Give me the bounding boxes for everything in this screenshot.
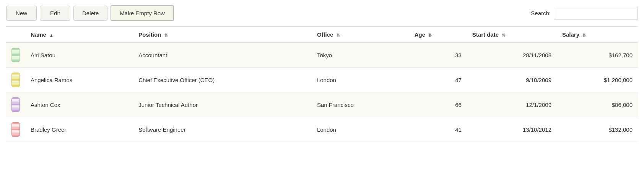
toolbar: New Edit Delete Make Empty Row Search: bbox=[0, 0, 644, 26]
row-salary: $132,000 bbox=[557, 117, 638, 142]
search-label: Search: bbox=[531, 10, 551, 16]
start-date-sort-arrow: ⇅ bbox=[502, 33, 505, 38]
col-header-position[interactable]: Position ⇅ bbox=[133, 27, 312, 43]
row-age: 66 bbox=[409, 92, 467, 117]
row-icon-cell bbox=[6, 68, 25, 92]
row-icon-cell bbox=[6, 92, 25, 117]
col-header-icon bbox=[6, 27, 25, 43]
age-sort-arrow: ⇅ bbox=[428, 33, 432, 38]
row-office: London bbox=[312, 117, 409, 142]
table-row[interactable]: Ashton Cox Junior Technical Author San F… bbox=[6, 92, 638, 117]
row-name: Angelica Ramos bbox=[25, 68, 133, 92]
col-header-age[interactable]: Age ⇅ bbox=[409, 27, 467, 43]
row-age: 41 bbox=[409, 117, 467, 142]
col-header-office[interactable]: Office ⇅ bbox=[312, 27, 409, 43]
row-office: San Francisco bbox=[312, 92, 409, 117]
table-row[interactable]: Bradley Greer Software Engineer London 4… bbox=[6, 117, 638, 142]
row-icon bbox=[11, 122, 20, 137]
row-position: Accountant bbox=[133, 43, 312, 68]
name-sort-arrow: ▲ bbox=[49, 33, 54, 37]
search-input[interactable] bbox=[554, 7, 638, 19]
delete-button[interactable]: Delete bbox=[73, 6, 107, 21]
row-icon bbox=[11, 48, 20, 62]
search-area: Search: bbox=[531, 7, 638, 19]
row-start-date: 12/1/2009 bbox=[467, 92, 557, 117]
make-empty-row-button[interactable]: Make Empty Row bbox=[111, 5, 174, 21]
table-row[interactable]: Angelica Ramos Chief Executive Officer (… bbox=[6, 68, 638, 92]
row-office: Tokyo bbox=[312, 43, 409, 68]
new-button[interactable]: New bbox=[6, 6, 37, 21]
row-position: Junior Technical Author bbox=[133, 92, 312, 117]
row-icon-cell bbox=[6, 117, 25, 142]
row-position: Software Engineer bbox=[133, 117, 312, 142]
row-position: Chief Executive Officer (CEO) bbox=[133, 68, 312, 92]
table-row[interactable]: Airi Satou Accountant Tokyo 33 28/11/200… bbox=[6, 43, 638, 68]
row-age: 47 bbox=[409, 68, 467, 92]
row-age: 33 bbox=[409, 43, 467, 68]
row-icon bbox=[11, 97, 20, 112]
col-header-start-date[interactable]: Start date ⇅ bbox=[467, 27, 557, 43]
row-icon bbox=[11, 73, 20, 87]
row-name: Ashton Cox bbox=[25, 92, 133, 117]
row-salary: $86,000 bbox=[557, 92, 638, 117]
row-start-date: 9/10/2009 bbox=[467, 68, 557, 92]
row-name: Airi Satou bbox=[25, 43, 133, 68]
salary-sort-arrow: ⇅ bbox=[582, 33, 586, 38]
row-office: London bbox=[312, 68, 409, 92]
row-name: Bradley Greer bbox=[25, 117, 133, 142]
edit-button[interactable]: Edit bbox=[40, 6, 70, 21]
table-header-row: Name ▲ Position ⇅ Office ⇅ Age ⇅ Start d… bbox=[6, 27, 638, 43]
row-salary: $162,700 bbox=[557, 43, 638, 68]
office-sort-arrow: ⇅ bbox=[337, 33, 340, 38]
table-container: Name ▲ Position ⇅ Office ⇅ Age ⇅ Start d… bbox=[0, 26, 644, 142]
row-start-date: 13/10/2012 bbox=[467, 117, 557, 142]
row-icon-cell bbox=[6, 43, 25, 68]
position-sort-arrow: ⇅ bbox=[164, 33, 168, 38]
data-table: Name ▲ Position ⇅ Office ⇅ Age ⇅ Start d… bbox=[6, 26, 638, 142]
row-salary: $1,200,000 bbox=[557, 68, 638, 92]
col-header-salary[interactable]: Salary ⇅ bbox=[557, 27, 638, 43]
row-start-date: 28/11/2008 bbox=[467, 43, 557, 68]
col-header-name[interactable]: Name ▲ bbox=[25, 27, 133, 43]
